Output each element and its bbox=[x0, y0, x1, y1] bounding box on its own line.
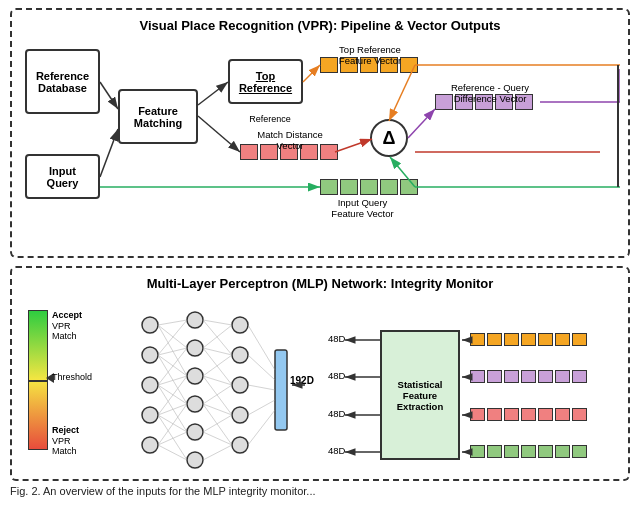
feat-match-box: Feature Matching bbox=[118, 89, 198, 144]
fv-cell bbox=[555, 408, 570, 421]
fv-cell bbox=[470, 445, 485, 458]
nn-container bbox=[130, 300, 290, 470]
svg-line-8 bbox=[198, 82, 228, 105]
svg-line-71 bbox=[248, 355, 275, 380]
diff-vec-label: Reference - Query Difference Vector bbox=[430, 82, 550, 104]
svg-line-67 bbox=[203, 415, 232, 432]
nn-svg bbox=[130, 300, 290, 470]
svg-line-58 bbox=[203, 325, 232, 348]
bottom-fv-orange bbox=[470, 333, 587, 346]
svg-point-28 bbox=[187, 368, 203, 384]
fv-cell bbox=[504, 370, 519, 383]
svg-line-6 bbox=[100, 129, 118, 177]
main-container: Visual Place Recognition (VPR): Pipeline… bbox=[10, 8, 630, 497]
fv-cell bbox=[504, 408, 519, 421]
svg-line-40 bbox=[158, 325, 187, 376]
match-dist-label: Match Distance Vector bbox=[240, 129, 340, 151]
svg-line-10 bbox=[389, 65, 415, 121]
fv-cell bbox=[555, 370, 570, 383]
svg-point-21 bbox=[142, 317, 158, 333]
fv-cell bbox=[555, 445, 570, 458]
fv-cell bbox=[487, 370, 502, 383]
fv-cell bbox=[521, 370, 536, 383]
svg-line-38 bbox=[158, 320, 187, 325]
reference-label: Reference bbox=[225, 114, 315, 124]
fv-cell bbox=[360, 179, 378, 195]
mlp-section: Multi-Layer Perceptron (MLP) Network: In… bbox=[10, 266, 630, 481]
ref-db-box: Reference Database bbox=[25, 49, 100, 114]
svg-point-33 bbox=[232, 347, 248, 363]
svg-point-34 bbox=[232, 377, 248, 393]
dim-48d-3: 48D bbox=[328, 408, 345, 419]
fv-cell bbox=[572, 408, 587, 421]
input-query-fv bbox=[320, 179, 418, 195]
dim-48d-2: 48D bbox=[328, 370, 345, 381]
fv-cell bbox=[521, 445, 536, 458]
svg-point-30 bbox=[187, 424, 203, 440]
svg-line-43 bbox=[158, 355, 187, 376]
svg-point-22 bbox=[142, 347, 158, 363]
fv-cell bbox=[470, 370, 485, 383]
fv-cell bbox=[521, 333, 536, 346]
svg-line-56 bbox=[203, 320, 232, 325]
vpr-title: Visual Place Recognition (VPR): Pipeline… bbox=[20, 18, 620, 33]
fv-cell bbox=[504, 333, 519, 346]
mlp-title: Multi-Layer Perceptron (MLP) Network: In… bbox=[20, 276, 620, 291]
svg-line-72 bbox=[248, 385, 275, 390]
fv-cell bbox=[572, 333, 587, 346]
bottom-fv-red bbox=[470, 408, 587, 421]
fv-cell bbox=[538, 408, 553, 421]
dim-48d-4: 48D bbox=[328, 445, 345, 456]
fv-cell bbox=[555, 333, 570, 346]
threshold-label: Threshold bbox=[52, 372, 92, 382]
fv-cell bbox=[380, 179, 398, 195]
svg-line-11 bbox=[335, 139, 372, 152]
caption: Fig. 2. An overview of the inputs for th… bbox=[10, 485, 630, 497]
svg-point-36 bbox=[232, 437, 248, 453]
accept-label: Accept bbox=[52, 310, 82, 320]
vpr-diagram: Reference Database Feature Matching Top … bbox=[20, 39, 620, 254]
svg-line-61 bbox=[203, 355, 232, 376]
svg-line-74 bbox=[248, 410, 275, 445]
gradient-bar-container: Accept VPR Match Threshold Reject VPR Ma… bbox=[28, 310, 56, 450]
svg-point-32 bbox=[232, 317, 248, 333]
dim-192d-label: 192D bbox=[290, 375, 314, 386]
svg-line-46 bbox=[158, 376, 187, 385]
fv-cell bbox=[400, 179, 418, 195]
svg-point-25 bbox=[142, 437, 158, 453]
svg-point-35 bbox=[232, 407, 248, 423]
fv-cell bbox=[320, 179, 338, 195]
fv-cell bbox=[504, 445, 519, 458]
mlp-diagram: Accept VPR Match Threshold Reject VPR Ma… bbox=[20, 295, 620, 480]
input-query-box: Input Query bbox=[25, 154, 100, 199]
svg-line-51 bbox=[158, 415, 187, 432]
threshold-line bbox=[28, 380, 48, 382]
dim-48d-1: 48D bbox=[328, 333, 345, 344]
vpr-section: Visual Place Recognition (VPR): Pipeline… bbox=[10, 8, 630, 258]
fv-cell bbox=[487, 333, 502, 346]
svg-line-73 bbox=[248, 400, 275, 415]
fv-cell bbox=[340, 179, 358, 195]
svg-point-27 bbox=[187, 340, 203, 356]
svg-line-60 bbox=[203, 348, 232, 385]
svg-point-29 bbox=[187, 396, 203, 412]
top-ref-fv-label: Top Reference Feature Vector bbox=[315, 44, 425, 66]
fv-cell bbox=[538, 445, 553, 458]
svg-line-41 bbox=[158, 320, 187, 355]
fv-cell bbox=[521, 408, 536, 421]
svg-line-70 bbox=[248, 325, 275, 370]
svg-point-26 bbox=[187, 312, 203, 328]
svg-line-62 bbox=[203, 376, 232, 385]
stat-feat-box: Statistical Feature Extraction bbox=[380, 330, 460, 460]
fv-cell bbox=[538, 370, 553, 383]
reject-label: Reject bbox=[52, 425, 79, 435]
fv-cell bbox=[487, 445, 502, 458]
delta-box: Δ bbox=[370, 119, 408, 157]
svg-point-24 bbox=[142, 407, 158, 423]
fv-cell bbox=[538, 333, 553, 346]
fv-cell bbox=[470, 408, 485, 421]
svg-line-69 bbox=[203, 445, 232, 460]
svg-line-9 bbox=[303, 65, 320, 82]
top-ref-box: Top Reference bbox=[228, 59, 303, 104]
input-query-fv-label: Input Query Feature Vector bbox=[305, 197, 420, 219]
